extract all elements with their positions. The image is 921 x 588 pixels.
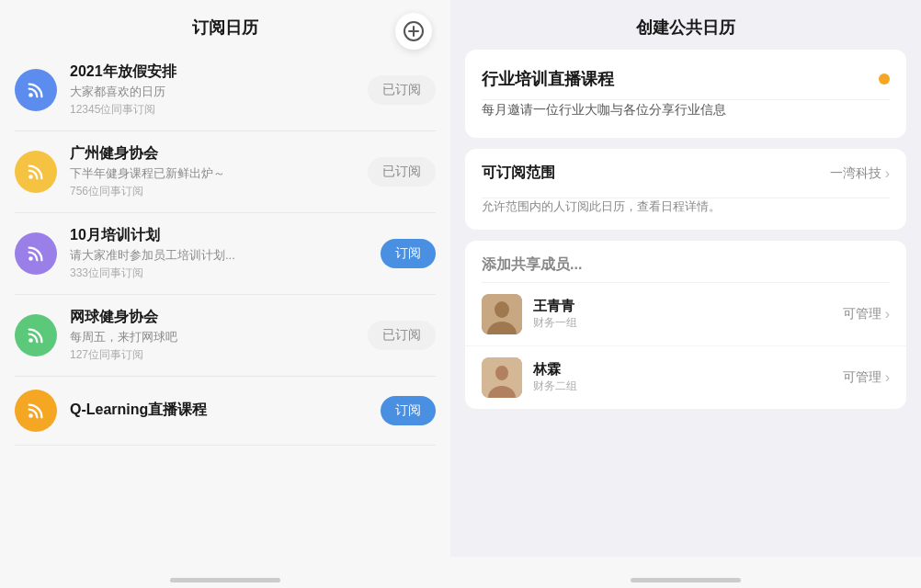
list-item: 10月培训计划 请大家准时参加员工培训计划... 333位同事订阅 订阅: [15, 213, 436, 295]
calendar-info-1: 2021年放假安排 大家都喜欢的日历 12345位同事订阅: [70, 62, 355, 118]
calendar-icon-3: [15, 232, 57, 275]
public-calendar-name: 行业培训直播课程: [482, 68, 614, 90]
calendar-name-4: 网球健身协会: [70, 308, 355, 327]
calendar-name-card: 行业培训直播课程 每月邀请一位行业大咖与各位分享行业信息: [465, 50, 906, 138]
chevron-member-2-icon: ›: [885, 369, 890, 386]
scope-value: 一湾科技: [830, 165, 881, 182]
svg-point-5: [28, 256, 33, 261]
members-card: 添加共享成员... 王青青 财务一组 可管理 ›: [465, 241, 906, 409]
card-title-row: 行业培训直播课程: [465, 50, 906, 99]
member-group-1: 财务一组: [533, 315, 832, 331]
add-calendar-button[interactable]: [395, 13, 432, 50]
calendar-info-3: 10月培训计划 请大家准时参加员工培训计划... 333位同事订阅: [70, 226, 368, 281]
svg-point-3: [28, 93, 33, 97]
calendar-icon-1: [15, 69, 57, 111]
list-item: 2021年放假安排 大家都喜欢的日历 12345位同事订阅 已订阅: [15, 50, 436, 131]
member-name-1: 王青青: [533, 298, 832, 315]
calendar-icon-2: [15, 151, 57, 193]
scope-row[interactable]: 可订阅范围 一湾科技 ›: [465, 149, 906, 198]
chevron-right-icon: ›: [885, 165, 890, 182]
subscribe-button-3[interactable]: 订阅: [381, 239, 436, 268]
calendar-info-5: Q-Learning直播课程: [70, 401, 368, 422]
right-header: 创建公共日历: [450, 0, 921, 50]
calendar-description: 每月邀请一位行业大咖与各位分享行业信息: [465, 100, 906, 138]
subscribe-button-2[interactable]: 已订阅: [368, 157, 436, 187]
right-title: 创建公共日历: [636, 18, 735, 37]
calendar-name-5: Q-Learning直播课程: [70, 401, 368, 420]
calendar-count-4: 127位同事订阅: [70, 347, 355, 363]
list-item: 广州健身协会 下半年健身课程已新鲜出炉～ 756位同事订阅 已订阅: [15, 131, 436, 213]
calendar-icon-5: [15, 390, 57, 432]
member-info-1: 王青青 财务一组: [533, 298, 832, 331]
members-label: 添加共享成员...: [465, 241, 906, 282]
svg-point-7: [28, 413, 33, 418]
calendar-count-1: 12345位同事订阅: [70, 102, 355, 118]
calendar-count-2: 756位同事订阅: [70, 184, 355, 199]
subscribe-button-1[interactable]: 已订阅: [368, 75, 436, 105]
calendar-desc-4: 每周五，来打网球吧: [70, 329, 355, 345]
calendar-desc-1: 大家都喜欢的日历: [70, 84, 355, 100]
svg-point-6: [28, 338, 33, 343]
subscribe-button-4[interactable]: 已订阅: [368, 321, 436, 350]
calendar-info-2: 广州健身协会 下半年健身课程已新鲜出炉～ 756位同事订阅: [70, 144, 355, 199]
member-role-1: 可管理: [843, 306, 881, 322]
scope-card: 可订阅范围 一湾科技 › 允许范围内的人订阅此日历，查看日程详情。: [465, 149, 906, 230]
right-panel: 创建公共日历 行业培训直播课程 每月邀请一位行业大咖与各位分享行业信息 可订阅范…: [450, 0, 921, 588]
bottom-bar-right: [450, 557, 921, 588]
calendar-desc-2: 下半年健身课程已新鲜出炉～: [70, 165, 355, 182]
avatar-1: [482, 294, 522, 334]
member-row-1[interactable]: 王青青 财务一组 可管理 ›: [465, 283, 906, 346]
calendar-info-4: 网球健身协会 每周五，来打网球吧 127位同事订阅: [70, 308, 355, 363]
left-panel: 订阅日历 2021年放假安排 大家都喜欢的日历 12345位同事订阅: [0, 0, 450, 588]
scope-hint: 允许范围内的人订阅此日历，查看日程详情。: [465, 198, 906, 230]
member-info-2: 林霖 财务二组: [533, 361, 832, 394]
list-item: Q-Learning直播课程 订阅: [15, 377, 436, 446]
calendar-list: 2021年放假安排 大家都喜欢的日历 12345位同事订阅 已订阅 广州健身协会…: [0, 50, 450, 557]
avatar-2: [482, 357, 522, 398]
subscribe-button-5[interactable]: 订阅: [381, 396, 436, 425]
calendar-name-1: 2021年放假安排: [70, 62, 355, 82]
calendar-icon-4: [15, 314, 57, 356]
member-role-2: 可管理: [843, 369, 881, 386]
left-header: 订阅日历: [0, 0, 450, 50]
chevron-member-1-icon: ›: [885, 306, 890, 322]
bottom-bar-left: [0, 557, 450, 588]
home-indicator: [170, 578, 280, 582]
home-indicator-right: [631, 578, 741, 582]
member-role-row-1: 可管理 ›: [843, 306, 890, 322]
calendar-name-3: 10月培训计划: [70, 226, 368, 245]
right-content: 行业培训直播课程 每月邀请一位行业大咖与各位分享行业信息 可订阅范围 一湾科技 …: [450, 50, 921, 557]
member-row-2[interactable]: 林霖 财务二组 可管理 ›: [465, 346, 906, 409]
calendar-name-2: 广州健身协会: [70, 144, 355, 164]
left-title: 订阅日历: [192, 18, 258, 37]
svg-point-9: [495, 301, 509, 318]
status-dot: [879, 74, 890, 85]
member-role-row-2: 可管理 ›: [843, 369, 890, 386]
svg-point-4: [28, 175, 33, 179]
member-group-2: 财务二组: [533, 379, 832, 394]
calendar-desc-3: 请大家准时参加员工培训计划...: [70, 247, 368, 264]
member-name-2: 林霖: [533, 361, 832, 379]
scope-value-row: 一湾科技 ›: [830, 165, 890, 182]
calendar-count-3: 333位同事订阅: [70, 266, 368, 281]
svg-point-12: [495, 366, 508, 380]
scope-label: 可订阅范围: [482, 164, 555, 183]
list-item: 网球健身协会 每周五，来打网球吧 127位同事订阅 已订阅: [15, 295, 436, 377]
